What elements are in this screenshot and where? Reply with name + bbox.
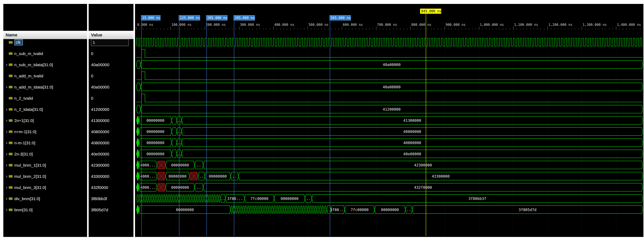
expand-chevron-icon[interactable]: › xyxy=(4,174,9,179)
signal-name-label: div_bnm[31:0] xyxy=(14,196,40,201)
expand-chevron-icon[interactable]: › xyxy=(4,130,9,134)
expand-chevron-icon[interactable]: › xyxy=(4,141,9,145)
svg-text:4000...: 4000... xyxy=(140,185,156,189)
signal-name-label: bnm[31:0] xyxy=(14,207,32,212)
svg-text:..: .. xyxy=(221,196,225,201)
waveform-viewer: Name clkn_sub_m_tvalid›n_sub_m_tdata[31:… xyxy=(0,0,644,243)
svg-text:00000000: 00000000 xyxy=(176,207,194,212)
signal-value-text: 40a00000 xyxy=(91,63,109,67)
signal-name-label: n_add_m_tvalid xyxy=(14,74,43,78)
signal-row-2n-3-31-0[interactable]: ›2n-3[31:0] xyxy=(3,148,87,160)
signal-value-n-m-1-31-0[interactable]: 40800000 xyxy=(89,126,134,137)
svg-text:40a00000: 40a00000 xyxy=(383,85,401,89)
expand-chevron-icon[interactable]: › xyxy=(4,63,9,67)
signal-value-text: 0 xyxy=(91,51,93,56)
svg-text:15.000 ns: 15.000 ns xyxy=(142,16,160,20)
signal-value-n-m-1-31-0[interactable]: 40800000 xyxy=(89,137,134,148)
signal-value-clk[interactable]: 1 xyxy=(89,37,134,48)
marker-label-565[interactable]: 565.000 ns xyxy=(330,15,351,20)
signal-row-mul-bnm-3-31-0[interactable]: ›mul_bnm_3[31:0] xyxy=(3,182,87,193)
signal-name-label: n_sub_m_tdata[31:0] xyxy=(14,63,53,67)
expand-chevron-icon[interactable]: › xyxy=(4,118,9,123)
waveform-canvas[interactable]: 0.000 ns100.000 ns200.000 ns300.000 ns40… xyxy=(135,4,644,237)
svg-text:900.000 ns: 900.000 ns xyxy=(446,23,466,27)
svg-text:0.000 ns: 0.000 ns xyxy=(137,23,153,27)
expand-chevron-icon[interactable]: › xyxy=(4,85,9,89)
signal-value-mul-bnm-2-31-0[interactable]: 43300000 xyxy=(89,171,134,182)
svg-text:845.000 ns: 845.000 ns xyxy=(421,9,441,13)
signal-row-n-add-m-tvalid[interactable]: n_add_m_tvalid xyxy=(3,70,87,81)
expand-chevron-icon[interactable]: › xyxy=(4,107,9,112)
signal-row-n-2-tvalid[interactable]: n_2_tvalid xyxy=(3,93,87,104)
signal-value-n-add-m-tdata-31-0[interactable]: 40a00000 xyxy=(89,81,134,93)
signal-row-n-2-tdata-31-0[interactable]: ›n_2_tdata[31:0] xyxy=(3,104,87,115)
svg-text:00000000: 00000000 xyxy=(146,141,164,145)
svg-text:400.000 ns: 400.000 ns xyxy=(274,23,294,27)
signal-row-n-sub-m-tdata-31-0[interactable]: ›n_sub_m_tdata[31:0] xyxy=(3,59,87,70)
svg-text:432f0000: 432f0000 xyxy=(414,185,432,189)
signal-name-label: mul_bnm_2[31:0] xyxy=(14,174,46,179)
svg-text:1,300.000 ns: 1,300.000 ns xyxy=(582,23,606,27)
signal-value-n-sub-m-tdata-31-0[interactable]: 40a00000 xyxy=(89,59,134,70)
svg-text:3f805d7d: 3f805d7d xyxy=(518,207,536,212)
expand-chevron-icon[interactable]: › xyxy=(4,152,9,156)
signal-value-n-sub-m-tvalid[interactable]: 0 xyxy=(89,48,134,59)
signal-row-n-m-1-31-0[interactable]: ›n+m-1[31:0] xyxy=(3,126,87,137)
signal-value-n-2-tdata-31-0[interactable]: 41200000 xyxy=(89,104,134,115)
svg-text:00000000: 00000000 xyxy=(168,174,186,178)
expand-chevron-icon[interactable]: › xyxy=(4,163,9,167)
signal-name-label: n_2_tvalid xyxy=(14,96,33,101)
marker-label-125[interactable]: 125.000 ns xyxy=(179,15,200,20)
signal-name-label: mul_bnm_1[31:0] xyxy=(14,163,46,168)
signal-row-clk[interactable]: clk xyxy=(3,37,87,48)
signal-row-div-bnm-31-0[interactable]: ›div_bnm[31:0] xyxy=(3,193,87,204)
signal-row-2n-1-31-0[interactable]: ›2n+1[31:0] xyxy=(3,115,87,126)
signal-value-n-2-tvalid[interactable]: 0 xyxy=(89,93,134,104)
svg-text:00000000: 00000000 xyxy=(146,152,164,156)
svg-text:00000000: 00000000 xyxy=(171,185,189,189)
svg-text:..: .. xyxy=(407,207,411,212)
svg-text:..: .. xyxy=(306,196,311,201)
signal-value-div-bnm-31-0[interactable]: 3f80bb3f xyxy=(89,193,134,204)
signal-value-text: 3f80bb3f xyxy=(91,196,107,201)
signal-icon xyxy=(9,41,13,44)
marker-label-285[interactable]: 285.000 ns xyxy=(234,15,255,20)
signal-icon xyxy=(9,64,13,66)
svg-text:..: .. xyxy=(232,174,237,178)
signal-value-2n-3-31-0[interactable]: 40e00000 xyxy=(89,148,134,160)
signal-row-n-add-m-tdata-31-0[interactable]: ›n_add_m_tdata[31:0] xyxy=(3,81,87,93)
svg-text:600.000 ns: 600.000 ns xyxy=(343,23,363,27)
svg-text:00000000: 00000000 xyxy=(280,196,298,201)
expand-chevron-icon[interactable]: › xyxy=(4,197,9,201)
svg-text:200.000 ns: 200.000 ns xyxy=(206,23,226,27)
expand-chevron-icon[interactable]: › xyxy=(4,185,9,190)
marker-label-205[interactable]: 205.000 ns xyxy=(206,15,228,20)
signal-value-text: 41300000 xyxy=(91,118,109,123)
signal-value-n-add-m-tvalid[interactable]: 0 xyxy=(89,70,134,81)
svg-text:800.000 ns: 800.000 ns xyxy=(411,23,431,27)
svg-text:3f80bb3f: 3f80bb3f xyxy=(468,196,486,201)
marker-label-15[interactable]: 15.000 ns xyxy=(141,15,160,20)
signal-value-text: 41200000 xyxy=(91,107,109,112)
wave-panel[interactable]: 0.000 ns100.000 ns200.000 ns300.000 ns40… xyxy=(135,4,644,237)
signal-value-mul-bnm-3-31-0[interactable]: 432f0000 xyxy=(89,182,134,193)
signal-row-mul-bnm-2-31-0[interactable]: ›mul_bnm_2[31:0] xyxy=(3,171,87,182)
svg-text:40e00000: 40e00000 xyxy=(403,152,421,156)
signal-row-mul-bnm-1-31-0[interactable]: ›mul_bnm_1[31:0] xyxy=(3,160,87,171)
signal-row-n-m-1-31-0[interactable]: ›n-m-1[31:0] xyxy=(3,137,87,148)
cursor-label-845[interactable]: 845.000 ns xyxy=(420,9,441,14)
signal-row-n-sub-m-tvalid[interactable]: n_sub_m_tvalid xyxy=(3,48,87,59)
signal-value-text: 40800000 xyxy=(91,141,109,145)
signal-value-bnm-31-0[interactable]: 3f805d7d xyxy=(89,204,134,215)
signal-icon xyxy=(9,186,13,189)
signal-name-label: mul_bnm_3[31:0] xyxy=(14,185,46,190)
svg-text:1,400.000 ns: 1,400.000 ns xyxy=(617,23,641,27)
signal-value-2n-1-31-0[interactable]: 41300000 xyxy=(89,115,134,126)
signal-name-label: n_sub_m_tvalid xyxy=(14,51,43,56)
signal-value-text: 42300000 xyxy=(91,163,109,168)
signal-value-mul-bnm-1-31-0[interactable]: 42300000 xyxy=(89,160,134,171)
svg-text:700.000 ns: 700.000 ns xyxy=(377,23,397,27)
signal-icon xyxy=(9,130,13,133)
expand-chevron-icon[interactable]: › xyxy=(4,208,9,212)
signal-row-bnm-31-0[interactable]: ›bnm[31:0] xyxy=(3,204,87,215)
